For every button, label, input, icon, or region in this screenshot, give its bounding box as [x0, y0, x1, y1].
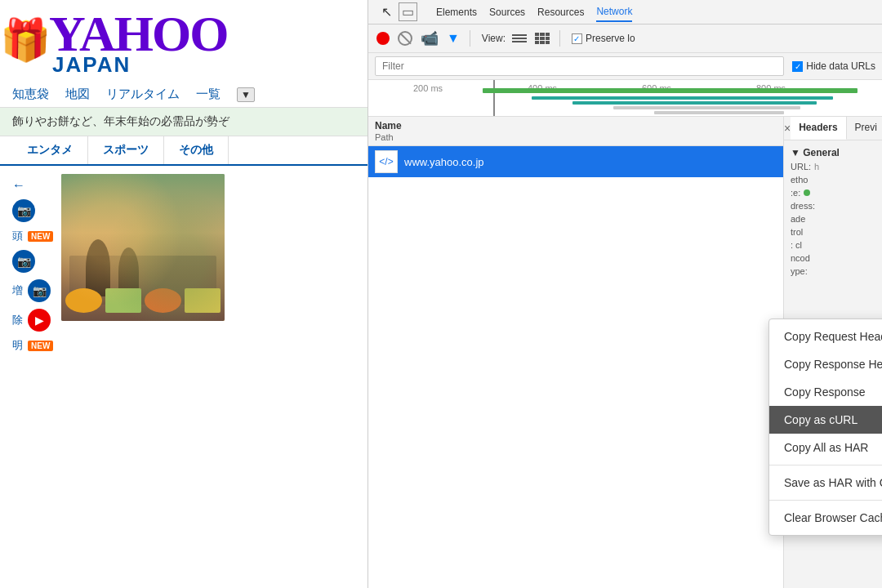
grid-view-icon [535, 33, 550, 44]
yahoo-content-area: ← 📷 頭 NEW 📷 増 📷 除 ▶ 明 NEW [0, 166, 368, 365]
general-row-ade: ade [791, 214, 875, 224]
tab-entame[interactable]: エンタメ [12, 136, 88, 164]
clear-button[interactable] [396, 29, 414, 47]
yahoo-logo-wrapper: YAHOO JAPAN [49, 8, 228, 78]
filter-bar: ✓ Hide data URLs [368, 53, 882, 80]
network-list: Name Path </> www.yahoo.co.jp [368, 117, 784, 588]
tab-elements[interactable]: Elements [436, 3, 477, 21]
tl-bar-3 [572, 101, 817, 105]
orange-item [65, 288, 102, 313]
preserve-checkbox[interactable] [572, 33, 582, 44]
cm-clear-cache[interactable]: Clear Browser Cache [769, 504, 882, 532]
camera-icon-3: 📷 [12, 250, 35, 273]
arrow-icon: ← [12, 178, 25, 193]
yahoo-main-image [61, 174, 225, 321]
yahoo-sidebar-icons: ← 📷 頭 NEW 📷 増 📷 除 ▶ 明 NEW [12, 174, 53, 357]
gift-icon: 🎁 [0, 16, 51, 64]
market-items [65, 288, 220, 313]
yellow-item [185, 288, 221, 313]
text-item-6: 明 [12, 338, 23, 353]
filter-input[interactable] [375, 56, 784, 76]
sidebar-item-1[interactable]: 📷 [12, 199, 53, 222]
view-label: View: [482, 33, 506, 44]
tab-resources[interactable]: Resources [537, 3, 584, 21]
tab-sports[interactable]: スポーツ [88, 136, 164, 164]
general-row-status: :e: [791, 188, 875, 198]
tab-sources[interactable]: Sources [489, 3, 525, 21]
yahoo-header: 🎁 YAHOO JAPAN [0, 0, 368, 82]
camera-icon-4: 📷 [28, 279, 51, 302]
cm-copy-response-headers[interactable]: Copy Response Headers [769, 350, 882, 378]
cm-copy-curl[interactable]: Copy as cURL [769, 406, 882, 434]
hide-data-checkbox[interactable]: ✓ [792, 61, 803, 72]
cm-divider-2 [769, 500, 882, 501]
devtools-toolbar: 📹 ▼ View: Preserve lo [368, 24, 882, 53]
camera-icon-1: 📷 [12, 199, 35, 222]
person-2 [118, 247, 139, 296]
cm-copy-all-har[interactable]: Copy All as HAR [769, 434, 882, 461]
new-badge-6: NEW [28, 341, 53, 351]
sidebar-item-6[interactable]: 明 NEW [12, 338, 53, 353]
sidebar-item-5[interactable]: 除 ▶ [12, 309, 53, 332]
text-item-2: 頭 [12, 229, 23, 243]
general-row-method: etho [791, 175, 875, 185]
close-panel-button[interactable]: × [784, 117, 791, 140]
tab-network[interactable]: Network [596, 2, 632, 22]
headers-content: ▼ General URL: h etho :e: dress: ade [784, 140, 882, 283]
red-item [145, 288, 181, 313]
tl-bar-4 [613, 106, 800, 109]
context-menu: Copy Request Headers Copy Response Heade… [768, 318, 882, 536]
cm-copy-response[interactable]: Copy Response [769, 378, 882, 406]
tab-preview[interactable]: Previ [847, 117, 882, 140]
list-view-button[interactable] [510, 33, 528, 44]
tab-headers[interactable]: Headers [791, 117, 846, 140]
separator-1 [470, 30, 470, 47]
tl-bar-1 [483, 88, 858, 93]
general-row-ncod: ncod [791, 253, 875, 263]
sidebar-item-4[interactable]: 増 📷 [12, 279, 53, 302]
status-dot [804, 189, 810, 196]
nav-chizu[interactable]: 地図 [65, 87, 90, 102]
nav-realtime[interactable]: リアルタイム [106, 87, 180, 102]
yahoo-japan-label: JAPAN [52, 52, 131, 78]
list-view-icon [512, 34, 527, 42]
mobile-icon[interactable]: ▭ [399, 2, 417, 21]
image-overlay [69, 256, 216, 305]
sidebar-item-2[interactable]: 頭 NEW [12, 229, 53, 243]
cursor-icon[interactable]: ↖ [381, 4, 392, 20]
cm-save-har[interactable]: Save as HAR with Content [769, 469, 882, 497]
nav-ichiran[interactable]: 一覧 [196, 87, 220, 102]
devtools-timeline: 200 ms 400 ms 600 ms 800 ms [368, 80, 882, 117]
tl-bar-5 [654, 111, 784, 114]
camera-icon: 📹 [421, 29, 439, 47]
general-row-url: URL: h [791, 162, 875, 172]
yahoo-banner: 飾りやお餅など、年末年始の必需品が勢ぞ [0, 108, 368, 136]
text-item-5: 除 [12, 313, 23, 327]
sidebar-item-3[interactable]: 📷 [12, 250, 53, 273]
col-name: Name [375, 120, 402, 131]
devtools-panel: ↖ ▭ Elements Sources Resources Network 📹… [368, 0, 882, 588]
nav-chie[interactable]: 知恵袋 [12, 87, 49, 102]
new-badge-2: NEW [28, 231, 53, 242]
network-row-0[interactable]: </> www.yahoo.co.jp [368, 146, 783, 177]
green-item [105, 288, 142, 313]
grid-view-button[interactable] [533, 31, 551, 46]
play-icon: ▶ [28, 309, 51, 332]
general-row-trol: trol [791, 227, 875, 237]
timeline-marker [493, 80, 495, 116]
row-icon-0: </> [375, 150, 398, 173]
headers-tabs: × Headers Previ [784, 117, 882, 140]
sidebar-item-0[interactable]: ← [12, 178, 53, 193]
tab-other[interactable]: その他 [164, 136, 229, 164]
cm-divider-1 [769, 465, 882, 466]
camera-button[interactable]: 📹 [419, 28, 440, 49]
yahoo-nav: 知恵袋 地図 リアルタイム 一覧 ▼ [0, 82, 368, 108]
filter-button[interactable]: ▼ [445, 29, 461, 47]
cm-copy-request-headers[interactable]: Copy Request Headers [769, 323, 882, 350]
tl-bar-2 [532, 96, 833, 100]
nav-dropdown[interactable]: ▼ [237, 87, 255, 102]
row-name-0: www.yahoo.co.jp [404, 156, 484, 168]
text-item-4: 増 [12, 283, 23, 298]
network-list-header: Name Path [368, 117, 783, 146]
record-button[interactable] [375, 30, 391, 47]
